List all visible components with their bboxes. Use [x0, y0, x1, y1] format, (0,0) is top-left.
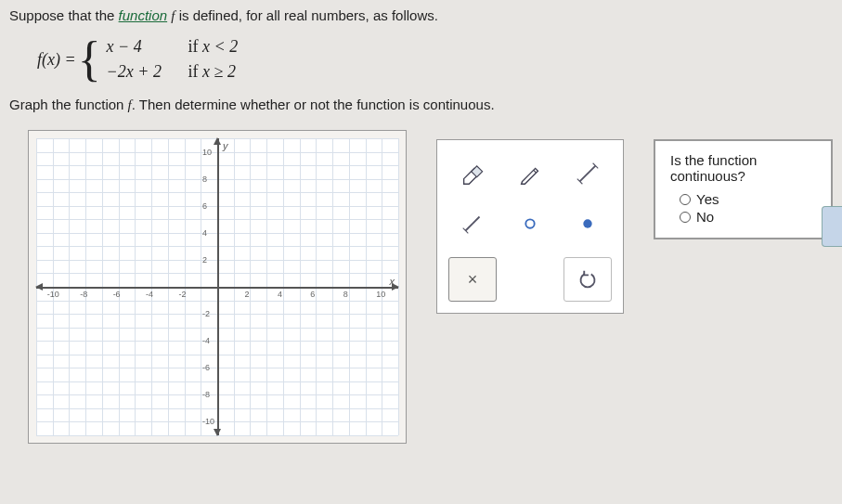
clear-tool[interactable]: ×: [448, 257, 497, 302]
svg-point-6: [525, 219, 534, 227]
pencil-tool[interactable]: [506, 151, 554, 196]
radio-yes[interactable]: Yes: [680, 191, 816, 207]
eraser-tool[interactable]: [448, 151, 497, 196]
reset-tool[interactable]: [563, 257, 612, 302]
function-link[interactable]: function: [119, 7, 168, 23]
svg-point-7: [583, 219, 591, 227]
piece-2: −2x + 2 if x ≥ 2: [107, 62, 239, 82]
line-tool[interactable]: [563, 151, 612, 196]
radio-circle-icon: [680, 212, 691, 223]
side-panel-toggle[interactable]: [822, 206, 842, 247]
tool-palette: ×: [436, 139, 624, 314]
svg-line-1: [580, 166, 596, 182]
intro-text: Suppose that the function f is defined, …: [9, 7, 833, 24]
piecewise-definition: f(x) = { x − 4 if x < 2 −2x + 2 if x ≥ 2: [37, 37, 833, 82]
instruction-2: Graph the function f. Then determine whe…: [9, 97, 833, 113]
radio-circle-icon: [680, 194, 691, 205]
svg-rect-0: [472, 166, 483, 177]
open-point-tool[interactable]: [506, 201, 554, 246]
radio-no[interactable]: No: [680, 209, 816, 225]
piece-1: x − 4 if x < 2: [107, 37, 239, 57]
question-text: Is the function continuous?: [670, 152, 816, 184]
question-box: Is the function continuous? Yes No: [654, 139, 833, 239]
ray-tool[interactable]: [448, 201, 497, 246]
closed-point-tool[interactable]: [563, 201, 612, 246]
graph-panel[interactable]: -10-8-6-4-2246810108642-2-4-6-8-10yx: [28, 130, 407, 444]
svg-line-4: [466, 217, 480, 231]
